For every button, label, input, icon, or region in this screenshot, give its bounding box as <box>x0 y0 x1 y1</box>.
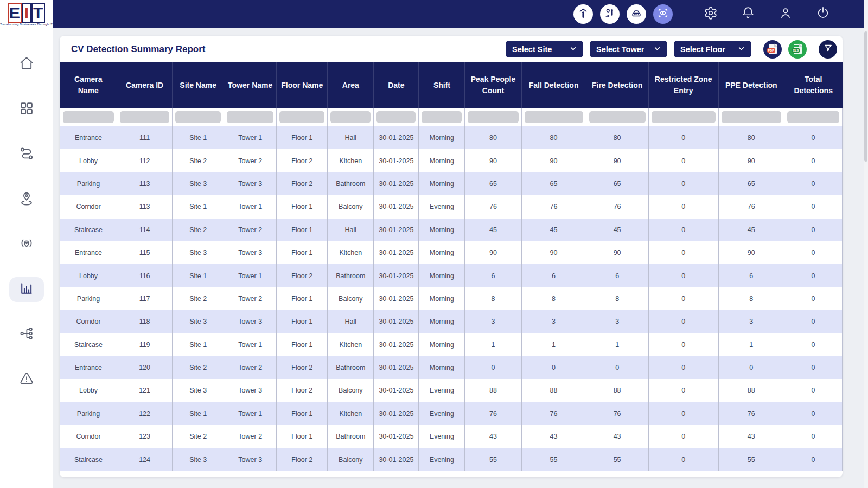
table-cell: Site 3 <box>173 241 224 264</box>
table-cell: 0 <box>718 356 784 379</box>
scrollbar-thumb[interactable] <box>864 31 867 162</box>
column-filter-input[interactable] <box>376 111 416 123</box>
column-filter-input[interactable] <box>787 111 839 123</box>
table-body: Entrance111Site 1Tower 1Floor 1Hall30-01… <box>60 126 843 471</box>
notifications-button[interactable] <box>741 7 755 22</box>
sidebar-item-route-tracking[interactable] <box>9 142 44 167</box>
table-cell: Kitchen <box>328 402 374 425</box>
sidebar-item-alerts[interactable] <box>9 367 44 392</box>
table-cell: Floor 2 <box>277 149 328 172</box>
table-cell: 90 <box>465 149 521 172</box>
table-cell: 76 <box>586 402 648 425</box>
column-filter-input[interactable] <box>422 111 462 123</box>
table-cell: 43 <box>586 425 648 448</box>
table-cell: Bathroom <box>328 425 374 448</box>
select-site-dropdown[interactable]: Select Site <box>506 41 583 57</box>
table-cell: 113 <box>117 172 173 195</box>
table-cell: 6 <box>465 264 521 287</box>
table-cell: Morning <box>419 172 465 195</box>
column-filter-input[interactable] <box>175 111 221 123</box>
select-tower-dropdown[interactable]: Select Tower <box>590 41 667 57</box>
column-filter-input[interactable] <box>525 111 583 123</box>
vehicle-icon <box>630 7 642 21</box>
table-cell: 45 <box>521 219 586 241</box>
table-cell: 8 <box>718 287 784 310</box>
table-cell: 65 <box>586 172 648 195</box>
table-cell: 80 <box>521 126 586 149</box>
export-pdf-button[interactable]: PDF <box>763 40 782 59</box>
table-cell: 121 <box>117 379 173 402</box>
settings-button[interactable] <box>703 7 718 22</box>
table-cell: 80 <box>586 126 648 149</box>
column-filter-input[interactable] <box>63 111 114 123</box>
cv-detection-module-button[interactable] <box>653 4 673 24</box>
gear-icon <box>704 6 718 22</box>
select-site-label: Select Site <box>512 45 552 54</box>
table-cell: Floor 1 <box>277 425 328 448</box>
column-filter-input[interactable] <box>722 111 781 123</box>
column-filter-input[interactable] <box>279 111 324 123</box>
table-cell: Tower 2 <box>224 287 277 310</box>
person-home-module-button[interactable] <box>573 4 593 24</box>
sidebar-item-home[interactable] <box>9 52 44 77</box>
person-home-icon <box>577 7 589 21</box>
table-cell: Floor 2 <box>277 172 328 195</box>
sidebar-item-reports[interactable] <box>9 277 44 302</box>
table-cell: Balcony <box>328 379 374 402</box>
table-cell: 65 <box>718 172 784 195</box>
table-cell: 30-01-2025 <box>374 172 419 195</box>
table-cell: 6 <box>521 264 586 287</box>
sidebar-item-network[interactable] <box>9 322 44 347</box>
table-row: Entrance115Site 3Tower 3Floor 1Kitchen30… <box>60 241 843 264</box>
people-tracking-module-button[interactable] <box>600 4 620 24</box>
table-cell: Floor 1 <box>277 287 328 310</box>
table-cell: Site 3 <box>173 172 224 195</box>
table-cell: 76 <box>521 195 586 218</box>
column-filter-input[interactable] <box>652 111 716 123</box>
select-tower-label: Select Tower <box>596 45 644 54</box>
table-cell: 43 <box>521 425 586 448</box>
table-cell: Floor 1 <box>277 241 328 264</box>
sidebar-item-geofence[interactable] <box>9 232 44 257</box>
column-filter-input[interactable] <box>330 111 371 123</box>
map-pin-icon <box>19 191 34 208</box>
table-cell: Tower 3 <box>224 172 277 195</box>
export-xls-button[interactable]: XLS <box>788 40 807 59</box>
table-cell: Kitchen <box>328 241 374 264</box>
table-cell: 3 <box>586 310 648 333</box>
page-scrollbar[interactable] <box>864 0 868 488</box>
column-header: Shift <box>419 62 465 108</box>
table-cell: 90 <box>718 241 784 264</box>
table-cell: 55 <box>465 448 521 471</box>
table-cell: 76 <box>465 195 521 218</box>
table-cell: Parking <box>60 287 117 310</box>
table-cell: Morning <box>419 241 465 264</box>
page-title: CV Detection Summary Report <box>71 44 206 55</box>
column-filter-input[interactable] <box>227 111 273 123</box>
sidebar-item-location[interactable] <box>9 187 44 212</box>
vehicle-module-button[interactable] <box>627 4 646 24</box>
table-cell: Balcony <box>328 195 374 218</box>
table-cell: 0 <box>648 264 718 287</box>
table-cell: Tower 3 <box>224 241 277 264</box>
select-floor-dropdown[interactable]: Select Floor <box>674 41 751 57</box>
column-filter-input[interactable] <box>589 111 646 123</box>
profile-button[interactable] <box>778 7 793 22</box>
table-cell: 1 <box>586 333 648 356</box>
sidebar-item-dashboard[interactable] <box>9 97 44 122</box>
table-cell: Bathroom <box>328 172 374 195</box>
table-cell: 30-01-2025 <box>374 264 419 287</box>
filter-button[interactable] <box>819 40 837 59</box>
table-cell: Tower 2 <box>224 356 277 379</box>
user-icon <box>778 6 793 22</box>
table-cell: Site 2 <box>173 356 224 379</box>
app-logo[interactable]: EIT Transforming Businesses Through IT <box>0 5 53 26</box>
pdf-file-icon: PDF <box>769 44 777 54</box>
route-icon <box>19 146 34 163</box>
logout-button[interactable] <box>815 7 830 22</box>
table-cell: 120 <box>117 356 173 379</box>
column-filter-input[interactable] <box>468 111 518 123</box>
table-cell: 0 <box>465 356 521 379</box>
column-filter-input[interactable] <box>120 111 169 123</box>
table-cell: 30-01-2025 <box>374 219 419 241</box>
